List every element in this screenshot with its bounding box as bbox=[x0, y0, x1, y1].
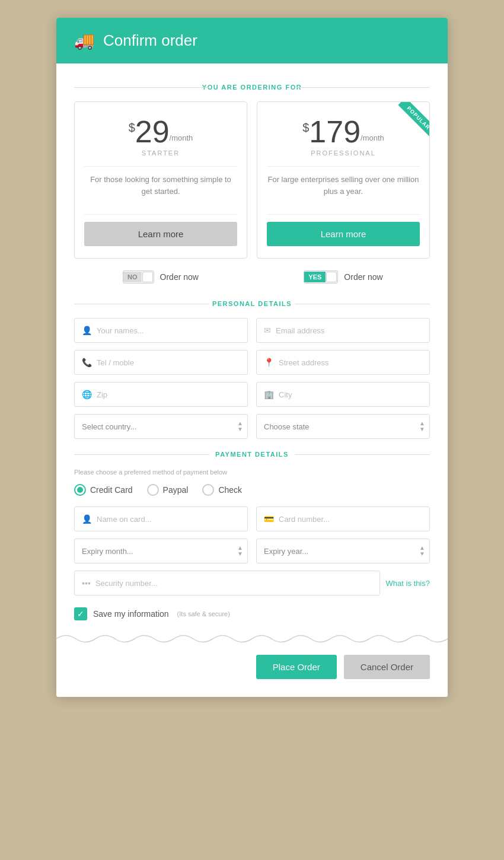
card-number-input[interactable] bbox=[279, 515, 422, 524]
city-field[interactable]: 🏢 bbox=[256, 382, 430, 407]
starter-name: STARTER bbox=[84, 149, 237, 157]
plans-row: $ 29 /month STARTER For those looking fo… bbox=[74, 101, 430, 259]
country-wrap: Select country... ▲▼ bbox=[74, 414, 248, 439]
modal-title: Confirm order bbox=[103, 31, 197, 50]
state-select[interactable]: Choose state bbox=[256, 414, 430, 439]
place-order-button[interactable]: Place Order bbox=[256, 655, 337, 679]
location-icon: 📍 bbox=[264, 358, 274, 367]
plan-card-professional: POPULAR $ 179 /month PROFESSIONAL For la… bbox=[257, 101, 430, 259]
street-field[interactable]: 📍 bbox=[256, 350, 430, 375]
city-input[interactable] bbox=[279, 390, 422, 399]
state-wrap: Choose state ▲▼ bbox=[256, 414, 430, 439]
starter-toggle[interactable]: NO bbox=[123, 270, 154, 284]
expiry-month-wrap: Expiry month... ▲▼ bbox=[74, 539, 248, 563]
starter-amount: 29 bbox=[135, 116, 170, 147]
card-person-icon: 👤 bbox=[82, 514, 92, 524]
credit-card-icon: 💳 bbox=[264, 514, 274, 524]
professional-period: /month bbox=[361, 133, 384, 142]
credit-card-radio[interactable] bbox=[74, 484, 86, 496]
globe-icon: 🌐 bbox=[82, 390, 92, 399]
zip-field[interactable]: 🌐 bbox=[74, 382, 248, 407]
paypal-radio[interactable] bbox=[147, 484, 159, 496]
email-input[interactable] bbox=[276, 326, 422, 335]
expiry-row: Expiry month... ▲▼ Expiry year... ▲▼ bbox=[74, 539, 430, 563]
zip-city-row: 🌐 🏢 bbox=[74, 382, 430, 407]
expiry-month-select[interactable]: Expiry month... bbox=[74, 539, 248, 563]
check-radio[interactable] bbox=[202, 484, 214, 496]
security-row: ▪▪▪ What is this? bbox=[74, 571, 430, 595]
names-field[interactable]: 👤 bbox=[74, 318, 248, 343]
popular-badge-text: POPULAR bbox=[398, 102, 429, 139]
card-number-field[interactable]: 💳 bbox=[256, 507, 430, 531]
payment-hint: Please choose a preferred method of paym… bbox=[74, 469, 430, 476]
building-icon: 🏢 bbox=[264, 390, 274, 399]
names-email-row: 👤 ✉ bbox=[74, 318, 430, 343]
professional-toggle-handle bbox=[326, 272, 337, 282]
starter-toggle-handle bbox=[142, 272, 153, 282]
payment-details-label: PAYMENT DETAILS bbox=[74, 451, 430, 458]
save-info-label: Save my information bbox=[93, 609, 169, 619]
starter-description: For those looking for something simple t… bbox=[84, 174, 237, 202]
credit-card-radio-dot bbox=[77, 487, 83, 493]
professional-order-now-label: Order now bbox=[344, 272, 382, 282]
email-field[interactable]: ✉ bbox=[256, 318, 430, 343]
security-input[interactable] bbox=[95, 579, 372, 588]
what-is-this-link[interactable]: What is this? bbox=[386, 579, 430, 588]
credit-card-label: Credit Card bbox=[90, 485, 133, 495]
payment-method-group: Credit Card Paypal Check bbox=[74, 484, 430, 496]
professional-learn-more-button[interactable]: Learn more bbox=[267, 222, 420, 246]
save-info-sublabel: (Its safe & secure) bbox=[177, 610, 230, 617]
wave-divider bbox=[56, 632, 448, 645]
starter-dollar: $ bbox=[129, 121, 135, 135]
zip-input[interactable] bbox=[97, 390, 240, 399]
paypal-label: Paypal bbox=[163, 485, 189, 495]
check-label: Check bbox=[218, 485, 242, 495]
tel-field[interactable]: 📞 bbox=[74, 350, 248, 375]
check-option[interactable]: Check bbox=[202, 484, 242, 496]
professional-description: For large enterprises selling over one m… bbox=[267, 174, 420, 202]
save-info-row: ✓ Save my information (Its safe & secure… bbox=[74, 607, 430, 620]
tel-street-row: 📞 📍 bbox=[74, 350, 430, 375]
name-on-card-field[interactable]: 👤 bbox=[74, 507, 248, 531]
professional-dollar: $ bbox=[302, 121, 309, 135]
modal-header: 🚚 Confirm order bbox=[56, 18, 448, 63]
order-now-row: NO Order now YES Order now bbox=[74, 270, 430, 284]
save-info-checkbox[interactable]: ✓ bbox=[74, 607, 87, 620]
starter-order-now: NO Order now bbox=[74, 270, 247, 284]
professional-toggle-yes: YES bbox=[304, 272, 326, 282]
expiry-year-select[interactable]: Expiry year... bbox=[256, 539, 430, 563]
expiry-year-wrap: Expiry year... ▲▼ bbox=[256, 539, 430, 563]
ordering-for-label: YOU ARE ORDERING FOR bbox=[74, 84, 430, 91]
email-icon: ✉ bbox=[264, 326, 271, 335]
professional-name: PROFESSIONAL bbox=[267, 149, 420, 157]
tel-input[interactable] bbox=[97, 358, 240, 367]
truck-icon: 🚚 bbox=[74, 31, 95, 50]
street-input[interactable] bbox=[279, 358, 422, 367]
cancel-order-button[interactable]: Cancel Order bbox=[344, 655, 430, 679]
paypal-option[interactable]: Paypal bbox=[147, 484, 189, 496]
phone-icon: 📞 bbox=[82, 358, 92, 367]
modal-body: YOU ARE ORDERING FOR $ 29 /month STARTER… bbox=[56, 63, 448, 697]
card-info-row: 👤 💳 bbox=[74, 507, 430, 531]
starter-order-now-label: Order now bbox=[160, 272, 199, 282]
starter-learn-more-button[interactable]: Learn more bbox=[84, 222, 237, 246]
starter-period: /month bbox=[170, 133, 193, 142]
professional-toggle[interactable]: YES bbox=[304, 270, 338, 284]
professional-amount: 179 bbox=[309, 116, 361, 147]
name-on-card-input[interactable] bbox=[97, 515, 240, 524]
country-select[interactable]: Select country... bbox=[74, 414, 248, 439]
names-input[interactable] bbox=[97, 326, 240, 335]
popular-badge: POPULAR bbox=[382, 102, 429, 149]
starter-price: $ 29 /month bbox=[84, 116, 237, 147]
credit-card-option[interactable]: Credit Card bbox=[74, 484, 133, 496]
personal-details-label: PERSONAL DETAILS bbox=[74, 300, 430, 307]
footer-actions: Place Order Cancel Order bbox=[74, 645, 430, 679]
security-field[interactable]: ▪▪▪ bbox=[74, 571, 380, 595]
person-icon: 👤 bbox=[82, 326, 92, 335]
country-state-row: Select country... ▲▼ Choose state ▲▼ bbox=[74, 414, 430, 439]
confirm-order-modal: 🚚 Confirm order YOU ARE ORDERING FOR $ 2… bbox=[56, 18, 448, 697]
starter-toggle-no: NO bbox=[123, 272, 142, 282]
plan-card-starter: $ 29 /month STARTER For those looking fo… bbox=[74, 101, 247, 259]
professional-order-now: YES Order now bbox=[257, 270, 430, 284]
security-icon: ▪▪▪ bbox=[82, 578, 91, 588]
